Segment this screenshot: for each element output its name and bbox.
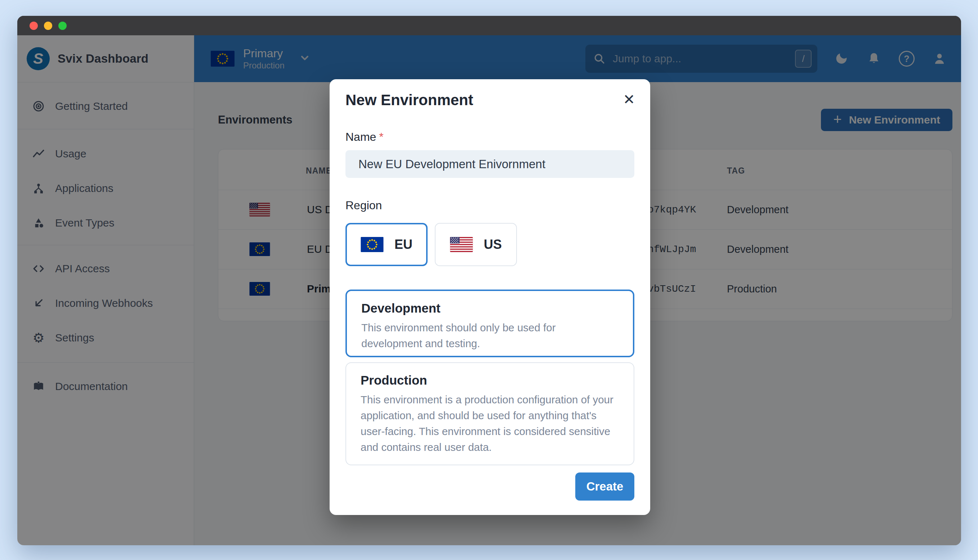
type-option-title: Production xyxy=(361,373,619,387)
name-field-label: Name* xyxy=(345,130,634,144)
modal-title: New Environment xyxy=(345,92,634,109)
region-option-label: US xyxy=(484,237,502,252)
environment-type-option-production[interactable]: Production This environment is a product… xyxy=(345,362,634,465)
window-zoom-button[interactable] xyxy=(58,22,67,30)
us-flag-icon xyxy=(450,237,473,252)
new-environment-modal: New Environment ✕ Name* Region EU US Dev… xyxy=(330,79,650,515)
close-icon[interactable]: ✕ xyxy=(623,92,635,107)
type-option-description: This environment should only be used for… xyxy=(361,320,618,352)
environment-type-option-development[interactable]: Development This environment should only… xyxy=(345,290,634,357)
create-button[interactable]: Create xyxy=(575,472,634,501)
required-mark: * xyxy=(379,130,383,143)
region-field-label: Region xyxy=(345,199,634,212)
type-option-description: This environment is a production configu… xyxy=(361,392,619,455)
eu-flag-icon xyxy=(361,237,384,252)
window-titlebar xyxy=(17,16,961,35)
window-close-button[interactable] xyxy=(30,22,38,30)
region-option-label: EU xyxy=(395,237,412,252)
type-option-title: Development xyxy=(361,301,618,315)
region-option-us[interactable]: US xyxy=(435,223,517,266)
window-minimize-button[interactable] xyxy=(44,22,52,30)
environment-name-input[interactable] xyxy=(345,150,634,178)
region-options: EU US xyxy=(345,223,634,266)
app-content: S Svix Dashboard Getting Started xyxy=(17,35,961,545)
region-option-eu[interactable]: EU xyxy=(345,223,428,266)
app-window: S Svix Dashboard Getting Started xyxy=(17,16,961,545)
